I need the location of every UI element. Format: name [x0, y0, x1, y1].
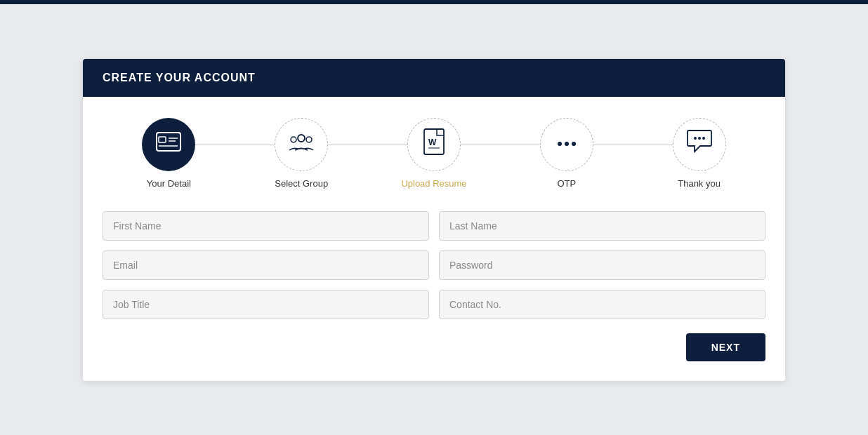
thankyou-icon: [686, 129, 713, 159]
step-your-detail: Your Detail: [103, 118, 235, 189]
form-grid: [103, 211, 765, 319]
card-body: Your Detail: [83, 97, 785, 381]
step-circle-upload-resume: W: [407, 118, 461, 171]
svg-point-13: [572, 142, 576, 146]
card-header: CREATE YOUR ACCOUNT: [83, 59, 785, 97]
svg-text:W: W: [428, 138, 437, 147]
svg-point-7: [306, 137, 312, 142]
step-label-your-detail: Your Detail: [147, 178, 191, 189]
step-label-select-group: Select Group: [275, 178, 328, 189]
contact-input[interactable]: [439, 290, 765, 319]
step-thank-you: Thank you: [633, 118, 765, 189]
svg-point-6: [291, 137, 296, 142]
svg-point-5: [298, 135, 305, 142]
job-title-input[interactable]: [103, 290, 429, 319]
id-card-icon: [156, 132, 181, 156]
svg-point-15: [698, 137, 701, 140]
svg-point-16: [702, 137, 705, 140]
svg-rect-0: [157, 133, 180, 151]
step-label-upload-resume: Upload Resume: [401, 178, 466, 189]
password-input[interactable]: [439, 250, 765, 280]
group-icon: [288, 131, 315, 157]
step-circle-otp: [540, 118, 593, 171]
form-footer: NEXT: [103, 333, 765, 361]
step-label-otp: OTP: [557, 178, 576, 189]
svg-point-14: [694, 137, 697, 140]
resume-icon: W: [423, 128, 445, 160]
svg-point-12: [565, 142, 569, 146]
step-circle-select-group: [275, 118, 328, 171]
card-title: CREATE YOUR ACCOUNT: [103, 72, 765, 84]
next-button[interactable]: NEXT: [686, 333, 765, 361]
step-upload-resume: W Upload Resume: [368, 118, 501, 189]
card: CREATE YOUR ACCOUNT: [83, 59, 785, 381]
step-otp: OTP: [500, 118, 633, 189]
last-name-input[interactable]: [439, 211, 765, 241]
first-name-input[interactable]: [103, 211, 429, 241]
svg-rect-1: [159, 137, 166, 142]
svg-point-11: [558, 142, 562, 146]
step-circle-thank-you: [673, 118, 726, 171]
step-label-thank-you: Thank you: [678, 178, 721, 189]
stepper: Your Detail: [103, 118, 765, 189]
otp-icon: [554, 133, 579, 156]
page-wrapper: CREATE YOUR ACCOUNT: [0, 4, 868, 435]
step-circle-your-detail: [142, 118, 195, 171]
step-select-group: Select Group: [235, 118, 368, 189]
email-input[interactable]: [103, 250, 429, 280]
